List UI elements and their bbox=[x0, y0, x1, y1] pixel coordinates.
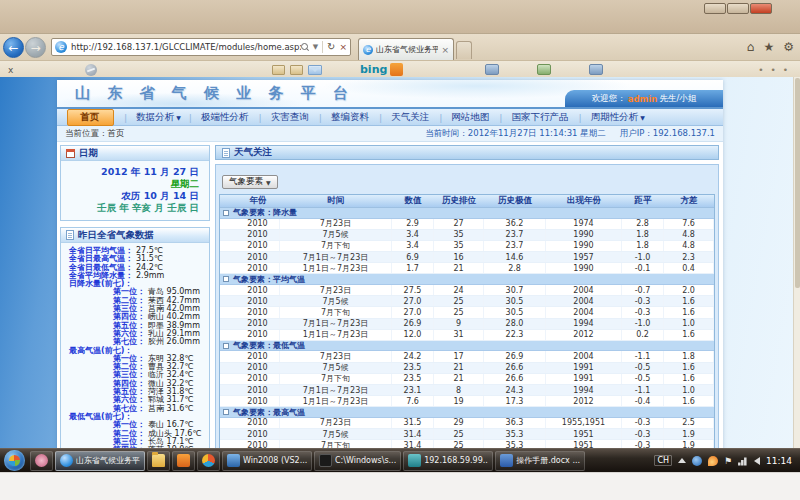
row-spacer bbox=[220, 385, 236, 395]
nav-item[interactable]: 首页 bbox=[67, 109, 114, 126]
group-checkbox[interactable] bbox=[223, 276, 229, 282]
table-row[interactable]: 2010 7月5候 3.4 35 23.7 1990 1.8 bbox=[220, 230, 714, 241]
cell-value: 23.1 bbox=[392, 385, 434, 395]
refresh-icon[interactable]: ↻ bbox=[327, 41, 335, 53]
tray-app-icon[interactable] bbox=[708, 456, 718, 466]
cell-anomaly: -1.1 bbox=[622, 351, 664, 361]
nav-item-label: 国家下行产品 bbox=[512, 111, 569, 124]
bing-logo[interactable]: bing bbox=[360, 63, 387, 76]
nav-item[interactable]: 极端性分析 bbox=[185, 111, 255, 124]
cell-variance: 1.8 bbox=[664, 351, 714, 361]
snapshot-icon[interactable] bbox=[272, 65, 285, 75]
taskbar-item[interactable] bbox=[147, 451, 170, 471]
new-tab-button[interactable] bbox=[456, 41, 472, 59]
table-row[interactable]: 2010 7月下旬 27.0 25 30.5 2004 -0.3 bbox=[220, 307, 714, 318]
cell-year: 2010 bbox=[236, 385, 280, 395]
nav-item[interactable]: 整编资料 bbox=[315, 111, 375, 124]
maximize-button[interactable] bbox=[727, 3, 749, 14]
mail-icon[interactable] bbox=[308, 65, 322, 75]
calendar-line: 星期二 bbox=[61, 178, 199, 190]
scrollbar-thumb[interactable] bbox=[795, 78, 800, 288]
vertical-scrollbar[interactable] bbox=[793, 77, 800, 448]
taskbar-item[interactable] bbox=[197, 451, 220, 471]
taskbar-item[interactable]: Win2008 (VS2... bbox=[222, 451, 312, 471]
row-spacer bbox=[220, 363, 236, 373]
nav-item[interactable]: 周期性分析 ▼ bbox=[575, 111, 649, 124]
taskbar-item[interactable]: 山东省气候业务平... bbox=[55, 451, 145, 471]
cell-year: 2010 bbox=[236, 429, 280, 439]
taskbar-item[interactable]: C:\Windows\s... bbox=[314, 451, 401, 471]
tray-app-icon[interactable] bbox=[692, 456, 702, 466]
close-button[interactable] bbox=[750, 3, 772, 14]
more-options-icon[interactable]: • • • bbox=[758, 65, 790, 75]
table-row[interactable]: 2010 7月23日 31.5 29 36.3 1955,1951 -0.3 bbox=[220, 418, 714, 429]
table-row[interactable]: 2010 7月1日～7月23日 6.9 16 14.6 1957 -1.0 bbox=[220, 252, 714, 263]
row-spacer bbox=[220, 374, 236, 384]
group-checkbox[interactable] bbox=[223, 343, 229, 349]
cell-extreme: 36.2 bbox=[484, 219, 546, 229]
clock[interactable]: 11:14 bbox=[766, 456, 792, 466]
row-spacer bbox=[220, 296, 236, 306]
cell-extreme-year: 1994 bbox=[546, 385, 622, 395]
taskbar-item[interactable]: 192.168.59.99... bbox=[403, 451, 493, 471]
nav-item[interactable]: 天气关注 bbox=[375, 111, 435, 124]
table-row[interactable]: 2010 7月5候 27.0 25 30.5 2004 -0.3 bbox=[220, 296, 714, 307]
show-hidden-icons-icon[interactable] bbox=[678, 458, 686, 463]
group-checkbox[interactable] bbox=[223, 210, 229, 216]
cell-extreme: 17.3 bbox=[484, 396, 546, 406]
minimize-button[interactable] bbox=[704, 3, 726, 14]
network-icon[interactable] bbox=[738, 456, 748, 466]
nav-item[interactable]: 数据分析 ▼ bbox=[120, 111, 185, 124]
table-row[interactable]: 2010 7月下旬 3.4 35 23.7 1990 1.8 bbox=[220, 241, 714, 252]
orange-badge-icon[interactable] bbox=[390, 63, 403, 76]
language-indicator[interactable]: CH bbox=[654, 455, 672, 466]
cell-rank: 35 bbox=[434, 230, 484, 240]
row-spacer bbox=[220, 319, 236, 329]
table-row[interactable]: 2010 7月23日 24.2 17 26.9 2004 -1.1 bbox=[220, 351, 714, 362]
table-row[interactable]: 2010 7月1日～7月23日 26.9 9 28.0 1994 -1.0 bbox=[220, 319, 714, 330]
toolbar-close-icon[interactable]: x bbox=[8, 65, 13, 75]
cell-anomaly: -0.4 bbox=[622, 396, 664, 406]
toolbar-widget-icon[interactable] bbox=[589, 64, 603, 75]
toolbar-widget-icon[interactable] bbox=[485, 64, 499, 75]
url-text[interactable]: http://192.168.137.1/GLCCLIMATE/modules/… bbox=[71, 42, 301, 52]
back-button[interactable]: ← bbox=[3, 37, 24, 58]
card-icon[interactable] bbox=[290, 65, 303, 75]
nav-item[interactable]: 国家下行产品 bbox=[495, 111, 574, 124]
chevron-down-icon[interactable]: ▼ bbox=[313, 43, 318, 51]
action-center-flag-icon[interactable]: ⚑ bbox=[724, 456, 732, 466]
table-group: 气象要素：降水量 2010 bbox=[220, 208, 714, 274]
table-row[interactable]: 2010 7月1日～7月23日 23.1 8 24.3 1994 -1.1 bbox=[220, 385, 714, 396]
search-icon[interactable] bbox=[301, 43, 309, 51]
cell-extreme: 28.0 bbox=[484, 319, 546, 329]
nav-item[interactable]: 网站地图 bbox=[435, 111, 495, 124]
element-selector-button[interactable]: 气象要素 ▼ bbox=[222, 175, 278, 189]
settings-gear-icon[interactable]: ⚙ bbox=[783, 40, 794, 54]
cell-value: 7.6 bbox=[392, 396, 434, 406]
favorites-star-icon[interactable]: ★ bbox=[763, 40, 774, 54]
speaker-icon[interactable] bbox=[754, 457, 760, 465]
home-icon[interactable]: ⌂ bbox=[747, 40, 755, 54]
table-row[interactable]: 2010 7月5候 31.4 25 35.3 1951 -0.3 bbox=[220, 429, 714, 440]
browser-tab[interactable]: e 山东省气候业务平... × bbox=[358, 38, 454, 60]
tab-close-icon[interactable]: × bbox=[441, 45, 449, 55]
taskbar-item[interactable] bbox=[30, 451, 53, 471]
start-button[interactable] bbox=[4, 450, 25, 471]
address-bar[interactable]: e http://192.168.137.1/GLCCLIMATE/module… bbox=[51, 38, 351, 56]
column-header: 数值 bbox=[392, 195, 434, 207]
toolbar-widget-icon[interactable] bbox=[537, 64, 551, 75]
table-row[interactable]: 2010 7月下旬 31.4 25 35.3 1951 -0.3 bbox=[220, 440, 714, 448]
group-checkbox[interactable] bbox=[223, 409, 229, 415]
blocked-icon[interactable] bbox=[85, 64, 97, 76]
cell-anomaly: -0.3 bbox=[622, 296, 664, 306]
stop-icon[interactable]: × bbox=[339, 41, 347, 53]
table-row[interactable]: 2010 7月5候 23.5 21 26.6 1991 -0.5 bbox=[220, 363, 714, 374]
welcome-username: admin bbox=[628, 94, 658, 104]
taskbar-item[interactable]: 操作手册.docx ... bbox=[495, 451, 585, 471]
table-row[interactable]: 2010 7月23日 2.9 27 36.2 1974 2.8 bbox=[220, 219, 714, 230]
forward-button[interactable]: → bbox=[25, 37, 46, 58]
table-row[interactable]: 2010 7月23日 27.5 24 30.7 2004 -0.7 bbox=[220, 285, 714, 296]
table-row[interactable]: 2010 7月下旬 23.5 21 26.6 1991 -0.5 bbox=[220, 374, 714, 385]
nav-item[interactable]: 灾害查询 bbox=[255, 111, 315, 124]
taskbar-item[interactable] bbox=[172, 451, 195, 471]
